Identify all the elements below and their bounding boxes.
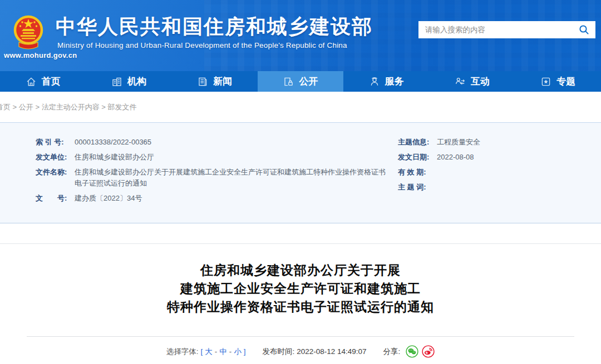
site-title: 中华人民共和国住房和城乡建设部 (56, 13, 373, 41)
meta-value: 建办质〔2022〕34号 (75, 193, 142, 204)
meta-column-right: 主题信息: 工程质量安全 发文日期: 2022-08-08 有 效 期: 主 题… (390, 137, 601, 223)
divider (0, 243, 601, 244)
meta-row-issuing-unit: 发文单位: 住房和城乡建设部办公厅 (36, 152, 390, 163)
bracket-open: [ (200, 347, 203, 356)
meta-row-keywords: 主 题 词: (398, 182, 601, 193)
meta-row-validity: 有 效 期: (398, 167, 601, 178)
font-select-label: 选择字体: (166, 347, 199, 357)
publish-time-label: 发布时间: (262, 347, 294, 357)
nav-item-home[interactable]: 首页 (0, 71, 86, 92)
font-size-medium-button[interactable]: 中 (219, 347, 227, 357)
nav-label: 首页 (42, 75, 61, 88)
meta-value: 000013338/2022-00365 (75, 137, 151, 148)
nav-item-organization[interactable]: 机构 (86, 71, 171, 92)
dash: - (229, 347, 232, 356)
site-url: www.mohurd.gov.cn (4, 51, 77, 59)
topics-icon (540, 76, 551, 87)
meta-label: 主题信息: (398, 137, 432, 148)
nav-label: 互动 (471, 75, 490, 88)
organization-icon (111, 76, 122, 87)
nav-item-topics[interactable]: 专题 (515, 71, 601, 92)
divider (27, 336, 574, 337)
nav-label: 新闻 (213, 75, 232, 88)
breadcrumb-section: 首页 > 公开 > 法定主动公开内容 > 部发文件 (0, 92, 601, 122)
font-size-large-button[interactable]: 大 (205, 347, 213, 357)
meta-row-topic-info: 主题信息: 工程质量安全 (398, 137, 601, 148)
nav-label: 公开 (299, 75, 318, 88)
article-title: 住房和城乡建设部办公厅关于开展 建筑施工企业安全生产许可证和建筑施工 特种作业操… (0, 261, 601, 316)
meta-label: 发文单位: (36, 152, 70, 163)
meta-value: 工程质量安全 (437, 137, 480, 148)
nav-item-news[interactable]: 新闻 (172, 71, 258, 92)
article-title-line1: 住房和城乡建设部办公厅关于开展 (0, 261, 601, 280)
meta-row-index-number: 索 引 号: 000013338/2022-00365 (36, 137, 390, 148)
meta-row-issue-date: 发文日期: 2022-08-08 (398, 152, 601, 163)
nav-item-interaction[interactable]: 互动 (429, 71, 515, 92)
meta-label: 发文日期: (398, 152, 432, 163)
nav-item-disclosure[interactable]: 公开 (258, 71, 343, 92)
meta-row-document-name: 文件名称: 住房和城乡建设部办公厅关于开展建筑施工企业安全生产许可证和建筑施工特… (36, 167, 390, 189)
meta-value: 2022-08-08 (437, 152, 474, 163)
share-icons (406, 345, 435, 358)
meta-value: 住房和城乡建设部办公厅关于开展建筑施工企业安全生产许可证和建筑施工特种作业操作资… (75, 167, 390, 189)
share-label: 分享: (383, 347, 401, 357)
service-icon (369, 76, 380, 87)
dash: - (215, 347, 218, 356)
meta-column-left: 索 引 号: 000013338/2022-00365 发文单位: 住房和城乡建… (0, 137, 390, 223)
article-title-line2: 建筑施工企业安全生产许可证和建筑施工 (0, 280, 601, 298)
wechat-share-icon[interactable] (406, 345, 418, 358)
main-nav: 首页 机构 新闻 公开 服务 (0, 71, 601, 92)
search-icon[interactable] (579, 24, 590, 36)
meta-label: 文件名称: (36, 167, 70, 189)
meta-row-document-number: 文 号: 建办质〔2022〕34号 (36, 193, 390, 204)
site-header: www.mohurd.gov.cn 中华人民共和国住房和城乡建设部 Minist… (0, 0, 601, 71)
nav-label: 专题 (556, 75, 575, 88)
interaction-icon (455, 76, 466, 87)
font-size-small-button[interactable]: 小 (234, 347, 242, 357)
bracket-close: ] (244, 347, 246, 356)
nav-label: 机构 (127, 75, 146, 88)
national-emblem-icon (13, 13, 43, 53)
weibo-share-icon[interactable] (422, 345, 435, 358)
search-box[interactable] (418, 21, 595, 38)
search-input[interactable] (425, 26, 579, 34)
document-meta-panel: 索 引 号: 000013338/2022-00365 发文单位: 住房和城乡建… (0, 122, 601, 223)
article-title-line3: 特种作业操作资格证书电子证照试运行的通知 (0, 298, 601, 316)
article-toolbar: 选择字体: [ 大 - 中 - 小 ] 发布时间: 2022-08-12 14:… (0, 345, 601, 358)
publish-time-value: 2022-08-12 14:49:07 (297, 347, 366, 356)
breadcrumb[interactable]: 首页 > 公开 > 法定主动公开内容 > 部发文件 (0, 92, 601, 112)
home-icon (26, 76, 37, 87)
meta-label: 有 效 期: (398, 167, 432, 178)
news-icon (197, 76, 208, 87)
site-subtitle-en: Ministry of Housing and Urban-Rural Deve… (57, 41, 347, 49)
meta-label: 文 号: (36, 193, 70, 204)
meta-label: 主 题 词: (398, 182, 432, 193)
disclosure-icon (283, 76, 294, 87)
nav-item-service[interactable]: 服务 (343, 71, 429, 92)
meta-value: 住房和城乡建设部办公厅 (75, 152, 154, 163)
nav-label: 服务 (385, 75, 404, 88)
meta-label: 索 引 号: (36, 137, 70, 148)
